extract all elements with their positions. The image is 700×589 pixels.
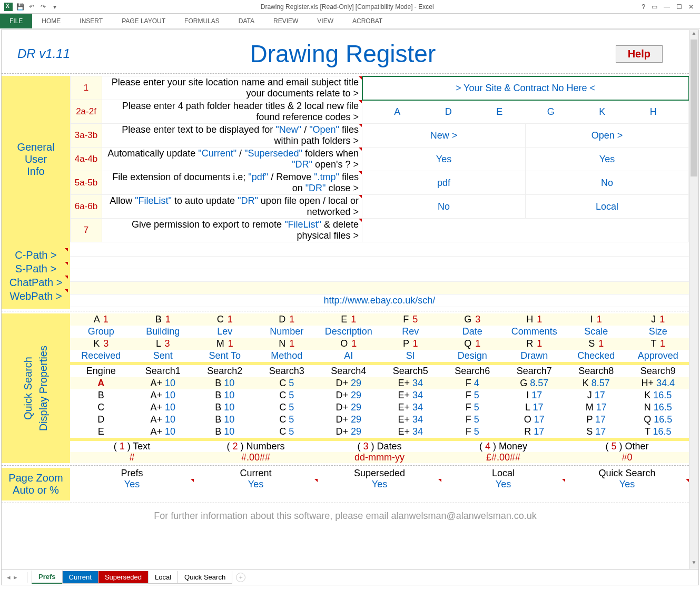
engine-cell[interactable]: G 8.57	[504, 377, 566, 389]
engine-cell[interactable]: A+ 10	[132, 426, 194, 438]
save-icon[interactable]: 💾	[16, 3, 24, 11]
engine-cell[interactable]: E+ 34	[380, 401, 442, 414]
engine-cell[interactable]: E+ 34	[380, 414, 442, 426]
add-sheet-icon[interactable]: +	[236, 573, 245, 582]
tab-insert[interactable]: INSERT	[70, 14, 112, 28]
value-cell[interactable]: Yes	[362, 148, 526, 171]
zoom-value[interactable]: Yes	[565, 479, 689, 490]
cpath-cell[interactable]	[70, 244, 689, 257]
close-icon[interactable]: ✕	[688, 3, 694, 11]
value-cell[interactable]: Open >	[526, 124, 689, 148]
prop-col: H 1	[504, 313, 566, 326]
engine-cell[interactable]: I 17	[504, 389, 566, 401]
engine-cell[interactable]: B 10	[194, 401, 256, 414]
spath-cell[interactable]	[70, 257, 689, 269]
engine-cell[interactable]: C 5	[256, 377, 318, 389]
value-cell[interactable]	[362, 219, 689, 242]
zoom-value[interactable]: Yes	[441, 479, 565, 490]
engine-cell[interactable]: K 16.5	[627, 389, 689, 401]
sheet-tab-current[interactable]: Current	[62, 571, 98, 584]
sheet-tab-quick-search[interactable]: Quick Search	[178, 571, 232, 584]
engine-cell[interactable]: C 5	[256, 401, 318, 414]
engine-cell[interactable]: C 5	[256, 414, 318, 426]
engine-cell[interactable]: B 10	[194, 414, 256, 426]
engine-cell[interactable]: A+ 10	[132, 377, 194, 389]
value-cell[interactable]: No	[526, 171, 689, 195]
engine-cell[interactable]: A+ 10	[132, 389, 194, 401]
engine-cell[interactable]: E+ 34	[380, 426, 442, 438]
tab-view[interactable]: VIEW	[308, 14, 343, 28]
tab-page-layout[interactable]: PAGE LAYOUT	[112, 14, 175, 28]
engine-cell[interactable]: K 8.57	[565, 377, 627, 389]
tab-nav-last-icon[interactable]: ▸	[14, 573, 17, 581]
engine-cell[interactable]: E+ 34	[380, 377, 442, 389]
engine-cell[interactable]: F 4	[441, 377, 504, 389]
chatpath-cell[interactable]	[70, 269, 689, 282]
vertical-scrollbar[interactable]: ▲ ▼	[689, 30, 698, 569]
format-value[interactable]: dd-mmm-yy	[318, 452, 441, 463]
engine-cell[interactable]: A+ 10	[132, 414, 194, 426]
engine-cell[interactable]: C 5	[256, 389, 318, 401]
maximize-icon[interactable]: ☐	[676, 3, 682, 11]
engine-cell[interactable]: Q 16.5	[627, 414, 689, 426]
ribbon-options-icon[interactable]: ▭	[652, 3, 657, 11]
help-icon[interactable]: ?	[642, 3, 645, 11]
engine-cell[interactable]: O 17	[504, 414, 566, 426]
qat-dropdown-icon[interactable]: ▾	[51, 3, 59, 11]
zoom-value[interactable]: Yes	[194, 479, 318, 490]
value-cell[interactable]: New >	[362, 124, 526, 148]
sheet-tab-prefs[interactable]: Prefs	[32, 571, 63, 584]
value-cell[interactable]: pdf	[362, 171, 526, 195]
site-name-cell[interactable]: > Your Site & Contract No Here <	[362, 76, 689, 100]
value-cell[interactable]: Yes	[526, 148, 689, 171]
engine-cell[interactable]: R 17	[504, 426, 566, 438]
webpath-cell[interactable]: http://www.ebay.co.uk/sch/	[70, 294, 689, 307]
tab-acrobat[interactable]: ACROBAT	[343, 14, 392, 28]
engine-cell[interactable]: J 17	[565, 389, 627, 401]
file-tab[interactable]: FILE	[0, 14, 32, 28]
engine-cell[interactable]: N 16.5	[627, 401, 689, 414]
engine-cell[interactable]: C 5	[256, 426, 318, 438]
engine-cell[interactable]: D+ 29	[318, 389, 380, 401]
zoom-value[interactable]: Yes	[70, 479, 194, 490]
engine-cell[interactable]: B 10	[194, 377, 256, 389]
engine-cell[interactable]: D+ 29	[318, 401, 380, 414]
engine-cell[interactable]: L 17	[504, 401, 566, 414]
engine-cell[interactable]: B 10	[194, 426, 256, 438]
tab-data[interactable]: DATA	[229, 14, 264, 28]
header-codes[interactable]: A D E G K H	[362, 100, 689, 124]
engine-cell[interactable]: F 5	[441, 414, 504, 426]
engine-cell[interactable]: T 16.5	[627, 426, 689, 438]
format-value[interactable]: #.00##	[194, 452, 318, 463]
engine-cell[interactable]: P 17	[565, 414, 627, 426]
minimize-icon[interactable]: —	[664, 3, 670, 11]
engine-cell[interactable]: E+ 34	[380, 389, 442, 401]
engine-cell[interactable]: D+ 29	[318, 377, 380, 389]
undo-icon[interactable]: ↶	[27, 3, 36, 11]
engine-cell[interactable]: A+ 10	[132, 401, 194, 414]
format-value[interactable]: £#.00##	[441, 452, 565, 463]
value-cell[interactable]: Local	[526, 195, 689, 219]
format-value[interactable]: #0	[565, 452, 689, 463]
tab-home[interactable]: HOME	[32, 14, 70, 28]
engine-cell[interactable]: B 10	[194, 389, 256, 401]
engine-cell[interactable]: F 5	[441, 426, 504, 438]
tab-formulas[interactable]: FORMULAS	[175, 14, 229, 28]
format-value[interactable]: #	[70, 452, 194, 463]
prop-name: Method	[256, 350, 318, 362]
engine-cell[interactable]: D+ 29	[318, 426, 380, 438]
sheet-tab-superseded[interactable]: Superseded	[98, 571, 149, 584]
help-button[interactable]: Help	[616, 45, 663, 63]
sheet-tab-local[interactable]: Local	[148, 571, 178, 584]
value-cell[interactable]: No	[362, 195, 526, 219]
engine-cell[interactable]: D+ 29	[318, 414, 380, 426]
engine-cell[interactable]: M 17	[565, 401, 627, 414]
zoom-value[interactable]: Yes	[318, 479, 441, 490]
tab-review[interactable]: REVIEW	[264, 14, 308, 28]
engine-cell[interactable]: F 5	[441, 389, 504, 401]
engine-cell[interactable]: F 5	[441, 401, 504, 414]
engine-cell[interactable]: H+ 34.4	[627, 377, 689, 389]
redo-icon[interactable]: ↷	[39, 3, 47, 11]
tab-nav-first-icon[interactable]: ◂	[7, 573, 11, 581]
engine-cell[interactable]: S 17	[565, 426, 627, 438]
